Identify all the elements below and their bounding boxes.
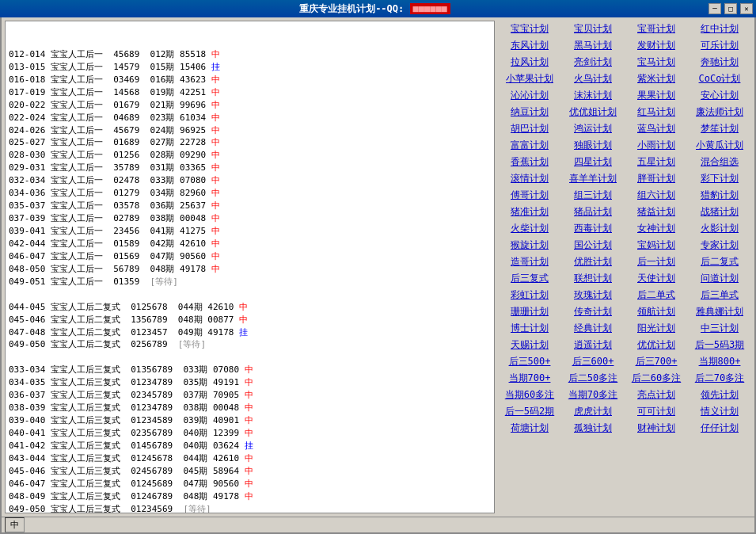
plan-link[interactable]: CoCo计划 [699, 73, 741, 84]
plan-link[interactable]: 富富计划 [511, 139, 549, 151]
list-item[interactable]: 火鸟计划 [561, 71, 625, 87]
plan-link[interactable]: 玫瑰计划 [574, 289, 612, 300]
plan-link[interactable]: 优优计划 [637, 339, 675, 350]
plan-link[interactable]: 四星计划 [574, 156, 612, 167]
plan-link[interactable]: 火影计划 [701, 223, 739, 234]
plan-link[interactable]: 火鸟计划 [574, 73, 612, 84]
list-item[interactable]: 猎豹计划 [688, 187, 751, 204]
plan-link[interactable]: 宝马计划 [637, 56, 675, 67]
list-item[interactable]: 宝宝计划 [498, 21, 561, 37]
list-item[interactable]: 梦笙计划 [688, 120, 751, 137]
list-item[interactable]: 财神计划 [625, 420, 688, 437]
list-item[interactable]: 后二复式 [688, 254, 751, 270]
list-item[interactable]: 小苹果计划 [498, 71, 561, 87]
plan-link[interactable]: 彩下计划 [701, 173, 739, 184]
list-item[interactable]: 果果计划 [625, 87, 688, 104]
left-scroll-area[interactable]: 012-014 宝宝人工后一 45689 012期 85518 中013-015… [6, 21, 494, 513]
plan-link[interactable]: 珊珊计划 [511, 306, 549, 317]
plan-link[interactable]: 纳豆计划 [511, 106, 549, 117]
plan-link[interactable]: 东风计划 [511, 40, 549, 51]
plan-link[interactable]: 博士计划 [511, 322, 549, 334]
list-item[interactable]: 火柴计划 [498, 220, 561, 237]
list-item[interactable]: 沁沁计划 [498, 87, 561, 104]
plan-link[interactable]: 优胜计划 [574, 256, 612, 267]
list-item[interactable]: 后三复式 [498, 270, 561, 287]
plan-link[interactable]: 紫米计划 [637, 73, 675, 84]
plan-link[interactable]: 经典计划 [574, 322, 612, 334]
plan-link[interactable]: 传奇计划 [574, 306, 612, 317]
plan-link[interactable]: 果果计划 [637, 90, 675, 101]
list-item[interactable]: 小黄瓜计划 [688, 137, 751, 154]
list-item[interactable]: 五星计划 [625, 154, 688, 170]
list-item[interactable]: 拉风计划 [498, 54, 561, 71]
list-item[interactable]: 组三计划 [561, 187, 625, 204]
list-item[interactable]: 宝妈计划 [625, 237, 688, 254]
list-item[interactable]: 当期800+ [688, 353, 751, 370]
list-item[interactable]: 经典计划 [561, 320, 625, 337]
plan-link[interactable]: 猎豹计划 [701, 189, 739, 200]
plan-link[interactable]: 小黄瓜计划 [696, 139, 743, 151]
plan-link[interactable]: 后三600+ [572, 356, 614, 367]
plan-link[interactable]: 仔仔计划 [701, 422, 739, 433]
plan-link[interactable]: 猴旋计划 [511, 239, 549, 250]
list-item[interactable]: 四星计划 [561, 154, 625, 170]
list-item[interactable]: 珊珊计划 [498, 303, 561, 320]
list-item[interactable]: 香蕉计划 [498, 154, 561, 170]
list-item[interactable]: 廉法师计划 [688, 104, 751, 120]
plan-link[interactable]: 火柴计划 [511, 223, 549, 234]
plan-link[interactable]: 安心计划 [701, 90, 739, 101]
plan-link[interactable]: 当期60多注 [505, 389, 554, 400]
list-item[interactable]: CoCo计划 [688, 71, 751, 87]
list-item[interactable]: 优胜计划 [561, 254, 625, 270]
list-item[interactable]: 后一5码2期 [498, 403, 561, 420]
list-item[interactable]: 联想计划 [561, 270, 625, 287]
list-item[interactable]: 后三700+ [625, 353, 688, 370]
plan-link[interactable]: 天使计划 [637, 273, 675, 284]
list-item[interactable]: 独眼计划 [561, 137, 625, 154]
list-item[interactable]: 后一5码3期 [688, 337, 751, 353]
list-item[interactable]: 滚情计划 [498, 170, 561, 187]
list-item[interactable]: 国公计划 [561, 237, 625, 254]
plan-link[interactable]: 后三复式 [511, 273, 549, 284]
plan-link[interactable]: 女神计划 [637, 223, 675, 234]
plan-link[interactable]: 中三计划 [701, 322, 739, 334]
plan-link[interactable]: 沁沁计划 [511, 90, 549, 101]
plan-link[interactable]: 情义计划 [701, 406, 739, 417]
plan-link[interactable]: 优优姐计划 [569, 106, 617, 117]
list-item[interactable]: 情义计划 [688, 403, 751, 420]
list-item[interactable]: 后二70多注 [688, 370, 751, 387]
plan-link[interactable]: 彩虹计划 [511, 289, 549, 300]
plan-link[interactable]: 宝哥计划 [637, 23, 675, 34]
plan-link[interactable]: 问道计划 [701, 273, 739, 284]
list-item[interactable]: 可乐计划 [688, 37, 751, 54]
list-item[interactable]: 博士计划 [498, 320, 561, 337]
plan-link[interactable]: 战猪计划 [701, 206, 739, 217]
plan-link[interactable]: 小雨计划 [637, 139, 675, 151]
list-item[interactable]: 可可计划 [625, 403, 688, 420]
list-item[interactable]: 天赐计划 [498, 337, 561, 353]
list-item[interactable]: 混合组选 [688, 154, 751, 170]
plan-link[interactable]: 后一计划 [637, 256, 675, 267]
list-item[interactable]: 后二单式 [625, 287, 688, 303]
list-item[interactable]: 亮点计划 [625, 387, 688, 403]
list-item[interactable]: 后二50多注 [561, 370, 625, 387]
list-item[interactable]: 黑马计划 [561, 37, 625, 54]
plan-link[interactable]: 当期70多注 [568, 389, 617, 400]
list-item[interactable]: 彩虹计划 [498, 287, 561, 303]
list-item[interactable]: 猪准计划 [498, 204, 561, 220]
list-item[interactable]: 领先计划 [688, 387, 751, 403]
list-item[interactable]: 火影计划 [688, 220, 751, 237]
plan-link[interactable]: 造哥计划 [511, 256, 549, 267]
list-item[interactable]: 后三600+ [561, 353, 625, 370]
plan-link[interactable]: 红马计划 [637, 106, 675, 117]
list-item[interactable]: 雅典娜计划 [688, 303, 751, 320]
list-item[interactable]: 安心计划 [688, 87, 751, 104]
plan-link[interactable]: 奔驰计划 [701, 56, 739, 67]
list-item[interactable]: 阳光计划 [625, 320, 688, 337]
list-item[interactable]: 傅哥计划 [498, 187, 561, 204]
list-item[interactable]: 发财计划 [625, 37, 688, 54]
plan-link[interactable]: 当期700+ [509, 372, 551, 383]
plan-link[interactable]: 组三计划 [574, 189, 612, 200]
plan-link[interactable]: 领先计划 [701, 389, 739, 400]
plan-link[interactable]: 可可计划 [637, 406, 675, 417]
